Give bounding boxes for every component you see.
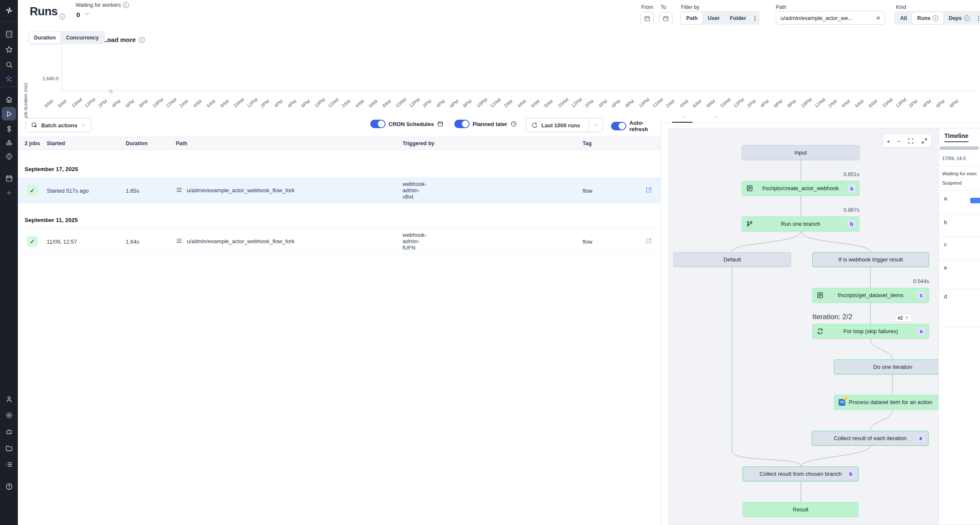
last-runs-refresh[interactable]: Last 1000 runs [526,118,585,132]
sidebar-item-folders[interactable] [2,441,16,455]
calendar-icon [644,15,651,22]
refresh-icon [531,122,538,129]
flow-node-result[interactable]: Result [743,502,859,517]
table-row[interactable]: ✓ 11/09, 12:57 1.64s u/admin/example_act… [18,229,661,254]
from-date-button[interactable] [640,12,654,25]
timeline-row-c[interactable]: c [939,237,980,260]
kind-option-all[interactable]: All [895,12,912,24]
flow-node-if-webhook-branch[interactable]: If is webhook trigger result [812,252,929,267]
iteration-selector[interactable]: #2 [895,314,912,322]
filter-option-path[interactable]: Path [681,12,703,24]
fit-view-icon[interactable] [907,138,914,144]
flow-node-get-dataset-items[interactable]: f/scripts/get_dataset_items c [812,288,929,303]
timeline-row-a[interactable]: a [939,191,980,215]
flow-node-collect-chosen-branch[interactable]: Collect result from chosen branch b [743,466,859,481]
waiting-info-icon[interactable]: i [123,2,129,8]
chart-x-tick: 12PM [570,97,583,108]
sidebar-item-logs[interactable] [2,458,16,471]
flow-node-do-one-iteration[interactable]: Do one iteration [834,359,938,374]
chart-x-tick: 4AM [354,98,365,108]
flow-node-collect-each-iteration[interactable]: Collect result of each iteration e [812,431,929,446]
sidebar-item-schedules[interactable] [2,171,16,185]
flow-node-run-one-branch[interactable]: Run one branch b [742,216,859,231]
filter-plus-icon[interactable] [406,186,413,193]
sidebar-item-variables[interactable] [2,122,16,136]
flow-node-create-actor-webhook[interactable]: f/scripts/create_actor_webhook a [742,181,859,196]
run-path[interactable]: u/admin/example_actor_webhook_flow_fork [187,237,197,245]
kind-option-deps[interactable]: Depsi [943,12,975,24]
sidebar-item-triggers[interactable] [2,149,16,163]
table-row[interactable]: ✓ Started 517s ago 1.65s u/admin/example… [18,178,661,203]
sidebar-item-add[interactable] [2,186,16,199]
sidebar-item-home[interactable] [2,93,16,106]
last-runs-dropdown[interactable] [589,118,603,132]
chart-plot-area[interactable] [62,32,977,91]
sidebar-item-user[interactable] [2,392,16,406]
timeline-row-e[interactable]: e [939,260,980,289]
kind-option-runs[interactable]: Runsi [912,12,943,24]
timeline-row-b[interactable]: b [939,215,980,237]
script-icon [746,185,753,191]
planned-later-toggle[interactable] [454,120,470,128]
sidebar-item-workers[interactable] [2,424,16,438]
batch-actions-button[interactable]: Batch actions [25,118,91,132]
filter-option-folder[interactable]: Folder [725,12,751,24]
sidebar-item-resources[interactable] [2,136,16,149]
windmill-logo-icon[interactable] [2,3,16,17]
expand-icon[interactable] [921,138,928,144]
sidebar-item-runs[interactable] [2,107,16,121]
sidebar-item-favorites[interactable] [2,42,16,56]
flow-node-input[interactable]: Input [742,145,859,160]
iteration-label: Iteration: 2/2 [812,313,853,321]
timeline-bar-a [970,198,980,203]
flow-node-default-branch[interactable]: Default [673,252,791,267]
run-triggered-by[interactable]: webhook-admin-vBxt [403,186,413,194]
chart-x-tick: 8AM [705,98,716,108]
filter-by-label: Filter by [681,4,699,10]
filter-plus-icon[interactable] [406,237,413,244]
tab-duration[interactable]: Duration [29,32,61,44]
run-triggered-by[interactable]: webhook-admin-fUFN [403,237,413,245]
chart-x-tick: 2PM [97,98,108,108]
chart-x-tick: 2AM [665,98,676,108]
chart-run-datapoint[interactable] [109,89,113,93]
filter-plus-icon[interactable] [190,237,197,244]
node-badge: c [917,291,925,299]
filter-more-menu-icon[interactable]: ⋮ [751,15,759,22]
chart-x-tick: 12PM [895,97,907,108]
zoom-in-icon[interactable]: + [887,138,890,145]
flow-node-process-dataset-item[interactable]: TS☺ Process dataset item for an action [834,395,938,410]
filter-plus-icon[interactable] [83,11,90,18]
kind-more-menu-icon[interactable]: ⋮ [975,15,980,22]
sidebar-item-help[interactable] [2,480,16,493]
filter-option-user[interactable]: User [703,12,725,24]
run-path[interactable]: u/admin/example_actor_webhook_flow_fork [187,186,197,194]
table-header: 2 jobs Started Duration Path Triggered b… [18,137,661,150]
open-run-external-icon[interactable] [645,237,652,244]
chart-x-tick: 12AM [651,97,664,108]
tab-concurrency[interactable]: Concurrency [61,32,104,44]
load-more-info-icon[interactable]: i [139,37,145,43]
sidebar-item-ai-wand[interactable] [2,72,16,86]
sidebar-item-settings[interactable] [2,408,16,422]
auto-refresh-toggle[interactable] [611,122,626,130]
flow-node-for-loop[interactable]: For loop (skip failures) e [812,324,929,339]
path-input[interactable]: u/admin/example_actor_we... ✕ [776,11,885,25]
timeline-row-d[interactable]: d [939,289,980,328]
cron-schedules-toggle[interactable] [370,120,386,128]
chart-x-tick: 4PM [759,98,770,108]
clear-path-icon[interactable]: ✕ [876,15,881,21]
filter-plus-icon[interactable] [190,186,197,193]
load-more-label[interactable]: Load more [103,36,136,43]
runs-info-icon[interactable]: i [59,14,65,20]
timeline-scrollbar[interactable] [940,146,979,150]
chart-x-tick: 10AM [557,97,569,108]
zoom-out-icon[interactable]: − [897,138,901,145]
open-run-external-icon[interactable] [645,186,652,193]
timeline-title[interactable]: Timeline [944,132,969,142]
sidebar-item-apps[interactable] [2,27,16,41]
to-date-button[interactable] [659,12,673,25]
chart-x-tick: 12AM [489,97,502,108]
sidebar-item-search[interactable] [2,58,16,71]
flow-graph-canvas[interactable]: + − Input 0.651s f/scripts/create_actor_… [669,129,938,525]
